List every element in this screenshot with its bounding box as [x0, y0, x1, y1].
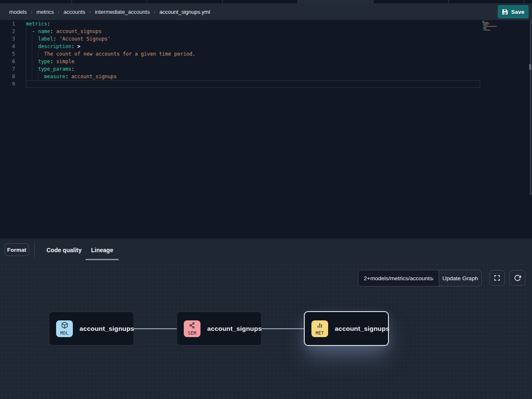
- code-token: type_params: [38, 66, 71, 72]
- cube-icon: [61, 322, 68, 330]
- update-graph-button[interactable]: Update Graph: [439, 270, 481, 286]
- minimap-line: [482, 28, 507, 29]
- save-button[interactable]: Save: [498, 5, 529, 18]
- code-line: measure: account_signups: [26, 73, 117, 80]
- code-token: :: [71, 43, 74, 49]
- code-token: account_signups: [68, 74, 117, 79]
- refresh-button[interactable]: [509, 270, 525, 286]
- breadcrumb-item-metrics[interactable]: metrics: [36, 9, 54, 15]
- floppy-disk-icon: [502, 9, 508, 15]
- scrollbar-handle[interactable]: [529, 64, 532, 70]
- minimap-line: [482, 22, 507, 23]
- editor-tab[interactable]: [72, 0, 147, 3]
- node-type-label: SEM: [188, 330, 196, 335]
- code-token: [26, 74, 44, 79]
- code-editor[interactable]: 123456789 metrics: - name: account_signu…: [0, 20, 532, 238]
- active-tab-underline: [85, 259, 119, 260]
- code-line: type_params:: [26, 65, 75, 73]
- divider: [34, 242, 35, 258]
- editor-tab-active[interactable]: [298, 0, 373, 3]
- breadcrumb-item-intermediate_accounts[interactable]: intermediate_accounts: [95, 9, 150, 15]
- line-number: 4: [0, 43, 15, 50]
- editor-tab[interactable]: [449, 0, 524, 3]
- lineage-selector-input[interactable]: [358, 270, 439, 286]
- bar-chart-icon: [316, 322, 323, 330]
- fullscreen-button[interactable]: [489, 270, 505, 286]
- line-number: 6: [0, 58, 15, 65]
- breadcrumb: models›metrics›accounts›intermediate_acc…: [9, 9, 210, 15]
- code-line: label: 'Account Signups': [26, 35, 111, 43]
- code-token: :: [71, 66, 74, 72]
- breadcrumb-separator-icon: ›: [89, 8, 91, 15]
- indent-guide: [32, 73, 32, 80]
- code-token: :: [47, 21, 50, 27]
- node-name-label: account_signups: [80, 325, 134, 332]
- indent-guide: [32, 58, 32, 65]
- node-type-badge-met: MET: [311, 320, 328, 337]
- node-type-badge-sem: SEM: [184, 320, 200, 337]
- indent-guide: [26, 58, 26, 65]
- bottom-panel: Format Code qualityLineage Update Graph …: [0, 238, 532, 399]
- minimap-token: [483, 28, 486, 29]
- code-token: [75, 43, 77, 49]
- editor-tab[interactable]: [0, 0, 72, 3]
- indent-guide: [26, 35, 26, 43]
- tab-label: Lineage: [91, 247, 113, 253]
- line-number: 7: [0, 65, 15, 73]
- code-token: description: [38, 43, 71, 49]
- breadcrumb-separator-icon: ›: [154, 8, 156, 15]
- save-button-label: Save: [511, 9, 524, 15]
- code-token: type: [38, 59, 50, 64]
- code-token: 'Account Signups': [56, 36, 111, 42]
- tab-lineage[interactable]: Lineage: [85, 242, 119, 258]
- tab-code-quality[interactable]: Code quality: [43, 242, 85, 258]
- line-number: 1: [0, 20, 15, 28]
- breadcrumb-item-accounts[interactable]: accounts: [64, 9, 85, 15]
- indent-guide: [32, 35, 32, 43]
- indent-guide: [26, 50, 26, 58]
- indent-guide: [26, 43, 26, 50]
- editor-minimap[interactable]: [482, 21, 507, 31]
- line-number: 2: [0, 28, 15, 35]
- minimap-token: [487, 25, 487, 26]
- fullscreen-icon: [493, 274, 501, 281]
- indent-guide: [32, 43, 32, 50]
- lineage-canvas[interactable]: Update Graph MDLaccount_signupsSEMaccoun…: [0, 263, 532, 399]
- line-number: 5: [0, 50, 15, 58]
- breadcrumb-item-models[interactable]: models: [9, 9, 27, 15]
- minimap-token: [485, 23, 489, 24]
- code-token: label: [38, 36, 53, 42]
- minimap-token: [486, 30, 490, 31]
- network-icon: [189, 322, 195, 330]
- code-token: :: [50, 59, 53, 64]
- code-token: [35, 28, 38, 34]
- minimap-token: [485, 27, 486, 28]
- code-token: account_signups: [53, 28, 102, 34]
- minimap-line: [482, 23, 507, 24]
- lineage-edge: [262, 328, 304, 329]
- lineage-node-mdl[interactable]: MDLaccount_signups: [49, 312, 134, 345]
- line-number: 8: [0, 73, 15, 80]
- editor-tab[interactable]: [223, 0, 298, 3]
- lineage-node-met[interactable]: METaccount_signups: [304, 311, 389, 346]
- code-line: description: >: [26, 43, 80, 50]
- editor-scrollbar[interactable]: [530, 20, 532, 195]
- editor-tab[interactable]: [147, 0, 223, 3]
- format-button[interactable]: Format: [5, 243, 29, 256]
- code-token: :: [50, 28, 53, 34]
- lineage-node-sem[interactable]: SEMaccount_signups: [177, 312, 262, 345]
- editor-tab[interactable]: [373, 0, 449, 3]
- breadcrumb-bar: models›metrics›accounts›intermediate_acc…: [0, 3, 532, 20]
- minimap-line: [482, 26, 507, 27]
- minimap-token: [486, 28, 486, 29]
- minimap-token: [484, 26, 497, 27]
- code-token: measure: [44, 74, 65, 79]
- line-number: 3: [0, 35, 15, 43]
- breadcrumb-item-account_signups.yml[interactable]: account_signups.yml: [159, 9, 210, 15]
- node-name-label: account_signups: [335, 325, 389, 332]
- code-line: metrics:: [26, 20, 50, 28]
- node-type-label: MET: [316, 330, 324, 335]
- current-line-highlight: [26, 80, 480, 88]
- tab-label: Code quality: [46, 247, 82, 253]
- editor-tab[interactable]: [524, 0, 532, 3]
